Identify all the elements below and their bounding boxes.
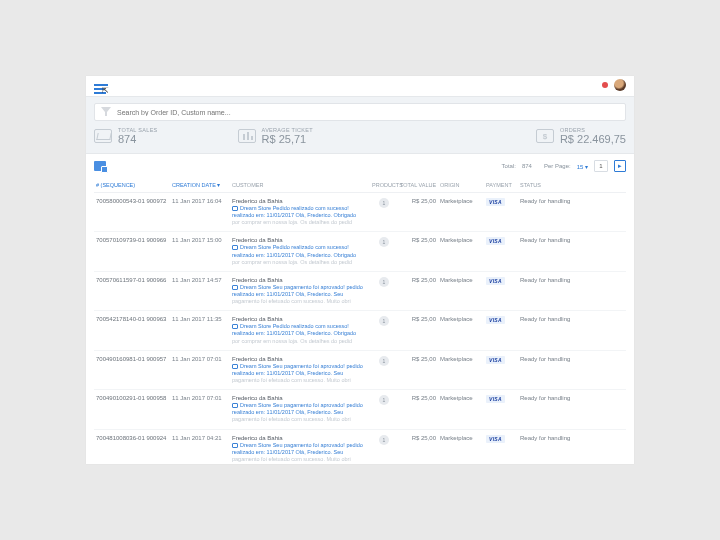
note-icon bbox=[232, 245, 238, 250]
total-cell: R$ 25,00 bbox=[398, 232, 438, 271]
col-products[interactable]: PRODUCTS bbox=[370, 178, 398, 193]
metric-value: R$ 22.469,75 bbox=[560, 133, 626, 145]
products-cell: 1 bbox=[370, 232, 398, 271]
pagination: Total: 874 Per Page: 15 ▾ 1 ▸ bbox=[502, 160, 626, 172]
search-bar[interactable] bbox=[94, 103, 626, 121]
customer-sub: pagamento foi efetuado com sucesso. Muit… bbox=[232, 456, 368, 463]
col-creation-date[interactable]: CREATION DATE ▾ bbox=[170, 178, 230, 193]
total-cell: R$ 25,00 bbox=[398, 311, 438, 350]
orders-table: # (SEQUENCE) CREATION DATE ▾ CUSTOMER PR… bbox=[94, 178, 626, 464]
customer-cell: Frederico da BahiaDream Store Seu pagame… bbox=[230, 350, 370, 389]
product-count-badge: 1 bbox=[379, 277, 389, 287]
total-cell: R$ 25,00 bbox=[398, 429, 438, 464]
date-cell: 11 Jan 2017 07:01 bbox=[170, 350, 230, 389]
page-current[interactable]: 1 bbox=[594, 160, 608, 172]
search-input[interactable] bbox=[117, 109, 619, 116]
export-icon[interactable] bbox=[94, 161, 106, 171]
customer-sub: por comprar em nossa loja. Os detalhes d… bbox=[232, 219, 368, 226]
status-cell: Ready for handling bbox=[518, 311, 626, 350]
per-page-select[interactable]: 15 ▾ bbox=[577, 163, 588, 170]
products-cell: 1 bbox=[370, 271, 398, 310]
customer-note[interactable]: Dream Store Seu pagamento foi aprovado! … bbox=[232, 284, 368, 298]
product-count-badge: 1 bbox=[379, 198, 389, 208]
metric-value: R$ 25,71 bbox=[262, 133, 313, 145]
total-cell: R$ 25,00 bbox=[398, 390, 438, 429]
table-row[interactable]: 700580000543-01 90097211 Jan 2017 16:04F… bbox=[94, 193, 626, 232]
metric-orders: ORDERS R$ 22.469,75 bbox=[536, 127, 626, 145]
customer-note[interactable]: Dream Store Pedido realizado com sucesso… bbox=[232, 244, 368, 258]
status-cell: Ready for handling bbox=[518, 429, 626, 464]
note-icon bbox=[232, 285, 238, 290]
sequence-cell[interactable]: 700490160981-01 900957 bbox=[96, 356, 166, 362]
filter-icon bbox=[101, 107, 111, 117]
note-icon bbox=[232, 443, 238, 448]
col-status[interactable]: STATUS bbox=[518, 178, 626, 193]
metric-total-sales: TOTAL SALES 874 bbox=[94, 127, 158, 145]
origin-cell: Marketplace bbox=[438, 350, 484, 389]
sequence-cell[interactable]: 700490100291-01 900958 bbox=[96, 395, 166, 401]
customer-name: Frederico da Bahia bbox=[232, 395, 283, 401]
customer-name: Frederico da Bahia bbox=[232, 237, 283, 243]
visa-badge: VISA bbox=[486, 395, 505, 403]
customer-note[interactable]: Dream Store Pedido realizado com sucesso… bbox=[232, 205, 368, 219]
table-row[interactable]: 700542178140-01 90096311 Jan 2017 11:35F… bbox=[94, 311, 626, 350]
page-next-button[interactable]: ▸ bbox=[614, 160, 626, 172]
payment-cell: VISA bbox=[484, 232, 518, 271]
visa-badge: VISA bbox=[486, 435, 505, 443]
col-total-value[interactable]: TOTAL VALUE bbox=[398, 178, 438, 193]
sequence-cell[interactable]: 700580000543-01 900972 bbox=[96, 198, 166, 204]
date-cell: 11 Jan 2017 16:04 bbox=[170, 193, 230, 232]
money-icon bbox=[536, 129, 554, 143]
customer-note[interactable]: Dream Store Pedido realizado com sucesso… bbox=[232, 323, 368, 337]
customer-note[interactable]: Dream Store Seu pagamento foi aprovado! … bbox=[232, 363, 368, 377]
note-icon bbox=[232, 403, 238, 408]
customer-name: Frederico da Bahia bbox=[232, 356, 283, 362]
col-customer[interactable]: CUSTOMER bbox=[230, 178, 370, 193]
status-cell: Ready for handling bbox=[518, 271, 626, 310]
products-cell: 1 bbox=[370, 193, 398, 232]
customer-sub: por comprar em nossa loja. Os detalhes d… bbox=[232, 259, 368, 266]
col-payment[interactable]: PAYMENT bbox=[484, 178, 518, 193]
sequence-cell[interactable]: 700570109739-01 900969 bbox=[96, 237, 166, 243]
col-origin[interactable]: ORIGIN bbox=[438, 178, 484, 193]
products-cell: 1 bbox=[370, 390, 398, 429]
table-row[interactable]: 700490100291-01 90095811 Jan 2017 07:01F… bbox=[94, 390, 626, 429]
avatar[interactable] bbox=[614, 79, 626, 91]
customer-sub: pagamento foi efetuado com sucesso. Muit… bbox=[232, 298, 368, 305]
content: Total: 874 Per Page: 15 ▾ 1 ▸ # (SEQUENC… bbox=[86, 154, 634, 464]
sequence-cell[interactable]: 700570611597-01 900966 bbox=[96, 277, 166, 283]
table-row[interactable]: 700481008036-01 90092411 Jan 2017 04:21F… bbox=[94, 429, 626, 464]
customer-sub: pagamento foi efetuado com sucesso. Muit… bbox=[232, 416, 368, 423]
customer-sub: por comprar em nossa loja. Os detalhes d… bbox=[232, 338, 368, 345]
notification-icon[interactable] bbox=[602, 82, 608, 88]
customer-note[interactable]: Dream Store Seu pagamento foi aprovado! … bbox=[232, 402, 368, 416]
origin-cell: Marketplace bbox=[438, 193, 484, 232]
table-row[interactable]: 700570611597-01 90096611 Jan 2017 14:57F… bbox=[94, 271, 626, 310]
customer-name: Frederico da Bahia bbox=[232, 316, 283, 322]
per-page-label: Per Page: bbox=[544, 163, 571, 169]
customer-note[interactable]: Dream Store Seu pagamento foi aprovado! … bbox=[232, 442, 368, 456]
customer-cell: Frederico da BahiaDream Store Pedido rea… bbox=[230, 193, 370, 232]
date-cell: 11 Jan 2017 07:01 bbox=[170, 390, 230, 429]
visa-badge: VISA bbox=[486, 316, 505, 324]
table-header-row: # (SEQUENCE) CREATION DATE ▾ CUSTOMER PR… bbox=[94, 178, 626, 193]
origin-cell: Marketplace bbox=[438, 311, 484, 350]
col-sequence[interactable]: # (SEQUENCE) bbox=[94, 178, 170, 193]
products-cell: 1 bbox=[370, 311, 398, 350]
table-row[interactable]: 700490160981-01 90095711 Jan 2017 07:01F… bbox=[94, 350, 626, 389]
sequence-cell[interactable]: 700542178140-01 900963 bbox=[96, 316, 166, 322]
product-count-badge: 1 bbox=[379, 237, 389, 247]
cursor-icon: ⇱ bbox=[102, 86, 109, 95]
origin-cell: Marketplace bbox=[438, 390, 484, 429]
visa-badge: VISA bbox=[486, 198, 505, 206]
payment-cell: VISA bbox=[484, 390, 518, 429]
visa-badge: VISA bbox=[486, 356, 505, 364]
table-row[interactable]: 700570109739-01 90096911 Jan 2017 15:00F… bbox=[94, 232, 626, 271]
customer-sub: pagamento foi efetuado com sucesso. Muit… bbox=[232, 377, 368, 384]
content-toolbar: Total: 874 Per Page: 15 ▾ 1 ▸ bbox=[94, 158, 626, 174]
metrics-row: TOTAL SALES 874 AVERAGE TICKET R$ 25,71 … bbox=[94, 127, 626, 145]
metric-average-ticket: AVERAGE TICKET R$ 25,71 bbox=[238, 127, 313, 145]
topbar-right bbox=[602, 79, 626, 91]
product-count-badge: 1 bbox=[379, 435, 389, 445]
sequence-cell[interactable]: 700481008036-01 900924 bbox=[96, 435, 166, 441]
